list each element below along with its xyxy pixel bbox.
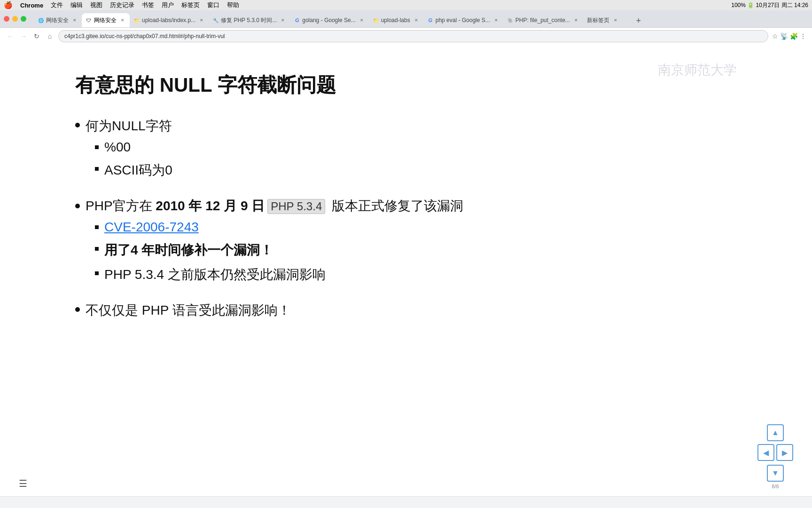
sub-item-1-1: %00 <box>86 140 172 155</box>
tab-9[interactable]: 新标签页 ✕ <box>583 13 630 27</box>
list-item-1-text: 何为NULL字符 <box>86 119 172 133</box>
tab-3-favicon: 📁 <box>133 17 140 24</box>
tab-1-close[interactable]: ✕ <box>71 17 78 24</box>
list-item-2-prefix: PHP官方在 <box>86 198 156 213</box>
tab-2-favicon: 🛡 <box>86 17 92 24</box>
refresh-button[interactable]: ↻ <box>32 32 41 41</box>
browser-frame: 🌐 网络安全 ✕ 🛡 网络安全 ✕ 📁 upload-labs/index.p.… <box>0 10 812 44</box>
back-button[interactable]: ← <box>6 32 15 41</box>
tab-2-label: 网络安全 <box>94 16 117 24</box>
tab-6-favicon: 📁 <box>373 17 379 24</box>
tab-9-label: 新标签页 <box>587 16 609 24</box>
tab-5-label: golang - Google Se... <box>302 17 355 24</box>
tab-8-close[interactable]: ✕ <box>573 17 579 24</box>
forward-button[interactable]: → <box>19 32 28 41</box>
bullet-3 <box>75 307 80 312</box>
slide-down-button[interactable]: ▼ <box>767 465 784 482</box>
traffic-lights <box>0 16 30 22</box>
tab-8-favicon: 🐘 <box>507 17 514 24</box>
close-button[interactable] <box>4 16 9 22</box>
menu-chrome[interactable]: Chrome <box>20 2 43 9</box>
tab-6-label: upload-labs <box>381 17 410 24</box>
menu-icon[interactable]: ⋮ <box>800 32 806 40</box>
tab-2[interactable]: 🛡 网络安全 ✕ <box>82 13 130 27</box>
sub-item-2-2-text: 用了4 年时间修补一个漏洞！ <box>104 241 273 259</box>
tab-6-close[interactable]: ✕ <box>413 17 420 24</box>
sub-item-2-1: CVE-2006-7243 <box>86 220 737 235</box>
browser-top-bar: 🌐 网络安全 ✕ 🛡 网络安全 ✕ 📁 upload-labs/index.p.… <box>0 10 812 27</box>
minimize-button[interactable] <box>12 16 18 22</box>
tab-6[interactable]: 📁 upload-labs ✕ <box>369 13 423 27</box>
sub-list-1: %00 ASCII码为0 <box>86 140 172 179</box>
page-content: 南京师范大学 有意思的 NULL 字符截断问题 何为NULL字符 %00 ASC… <box>0 44 812 496</box>
slide-up-button[interactable]: ▲ <box>767 424 784 441</box>
list-item-1-content: 何为NULL字符 %00 ASCII码为0 <box>86 117 172 186</box>
menu-user[interactable]: 用户 <box>162 1 174 9</box>
tab-8-label: PHP: file_put_conte... <box>515 17 570 24</box>
tab-2-close[interactable]: ✕ <box>119 17 126 24</box>
tab-4[interactable]: 🔧 修复 PHP 5.3.0 时间... ✕ <box>209 13 290 27</box>
tab-3-close[interactable]: ✕ <box>198 17 205 24</box>
sub-bullet-2-3 <box>95 271 99 275</box>
main-list: 何为NULL字符 %00 ASCII码为0 PHP官方在 2010 年 12 月… <box>75 117 737 319</box>
tab-8[interactable]: 🐘 PHP: file_put_conte... ✕ <box>503 13 583 27</box>
menu-file[interactable]: 文件 <box>51 1 63 9</box>
sub-bullet-2-1 <box>95 225 99 229</box>
menu-help[interactable]: 帮助 <box>227 1 239 9</box>
slide-next-button[interactable]: ▶ <box>776 444 793 461</box>
tab-1-favicon: 🌐 <box>38 17 44 24</box>
sub-item-1-2: ASCII码为0 <box>86 161 172 179</box>
slide-arrows-row: ◀ ▶ <box>757 444 793 461</box>
extension-icon[interactable]: 🧩 <box>790 32 798 40</box>
menu-window[interactable]: 窗口 <box>207 1 219 9</box>
tab-7-close[interactable]: ✕ <box>493 17 500 24</box>
list-item-2-content: PHP官方在 2010 年 12 月 9 日PHP 5.3.4 版本正式修复了该… <box>86 197 737 290</box>
list-item-3: 不仅仅是 PHP 语言受此漏洞影响！ <box>75 302 737 319</box>
home-button[interactable]: ⌂ <box>45 32 55 41</box>
sub-item-2-3: PHP 5.3.4 之前版本仍然受此漏洞影响 <box>86 266 737 284</box>
hamburger-menu-button[interactable]: ☰ <box>19 478 27 489</box>
cve-link[interactable]: CVE-2006-7243 <box>104 220 199 235</box>
php-version-badge: PHP 5.3.4 <box>267 199 325 214</box>
slide-counter: 8/6 <box>772 484 779 489</box>
bookmark-icon[interactable]: ☆ <box>772 32 778 40</box>
menu-bookmarks[interactable]: 书签 <box>142 1 154 9</box>
bullet-1 <box>75 123 80 127</box>
menu-tabs[interactable]: 标签页 <box>181 1 200 9</box>
sub-bullet-1-2 <box>95 167 99 171</box>
tab-5-close[interactable]: ✕ <box>359 17 365 24</box>
menu-view[interactable]: 视图 <box>90 1 102 9</box>
address-text: c4pr1c3.gitee.io/cuc-ns-ppt/chap0x07.md.… <box>64 33 225 40</box>
sub-item-2-2: 用了4 年时间修补一个漏洞！ <box>86 241 737 259</box>
address-input[interactable]: c4pr1c3.gitee.io/cuc-ns-ppt/chap0x07.md.… <box>58 30 768 42</box>
menu-edit[interactable]: 编辑 <box>70 1 83 9</box>
address-bar-controls: ☆ 📡 🧩 ⋮ <box>772 32 806 40</box>
tab-4-label: 修复 PHP 5.3.0 时间... <box>221 16 277 24</box>
tab-3[interactable]: 📁 upload-labs/index.p... ✕ <box>130 13 209 27</box>
status-bar <box>0 496 812 508</box>
tab-5[interactable]: G golang - Google Se... ✕ <box>290 13 368 27</box>
slide-navigation: ▲ ◀ ▶ ▼ 8/6 <box>757 424 793 489</box>
address-bar-row: ← → ↻ ⌂ c4pr1c3.gitee.io/cuc-ns-ppt/chap… <box>0 27 812 44</box>
tab-7-label: php eval - Google S... <box>436 17 490 24</box>
list-item-1: 何为NULL字符 %00 ASCII码为0 <box>75 117 737 186</box>
tab-7[interactable]: G php eval - Google S... ✕ <box>423 13 503 27</box>
menubar-right: 100% 🔋 10月27日 周二 14:26 <box>731 1 808 9</box>
bullet-2 <box>75 204 80 208</box>
tab-9-close[interactable]: ✕ <box>612 17 619 24</box>
tab-4-close[interactable]: ✕ <box>280 17 286 24</box>
cast-icon[interactable]: 📡 <box>780 32 788 40</box>
sub-bullet-2-2 <box>95 247 99 251</box>
menu-history[interactable]: 历史记录 <box>110 1 134 9</box>
sub-list-2: CVE-2006-7243 用了4 年时间修补一个漏洞！ PHP 5.3.4 之… <box>86 220 737 284</box>
menubar-clock: 100% 🔋 10月27日 周二 14:26 <box>731 1 808 9</box>
slide-prev-button[interactable]: ◀ <box>757 444 774 461</box>
sub-item-1-2-text: ASCII码为0 <box>104 161 172 179</box>
tab-1[interactable]: 🌐 网络安全 ✕ <box>34 13 82 27</box>
list-item-2-bold: 2010 年 12 月 9 日 <box>156 198 265 213</box>
new-tab-button[interactable]: + <box>632 14 645 27</box>
list-item-2-suffix: 版本正式修复了该漏洞 <box>328 198 463 213</box>
maximize-button[interactable] <box>21 16 26 22</box>
tab-4-favicon: 🔧 <box>212 17 219 24</box>
tab-1-label: 网络安全 <box>46 16 69 24</box>
